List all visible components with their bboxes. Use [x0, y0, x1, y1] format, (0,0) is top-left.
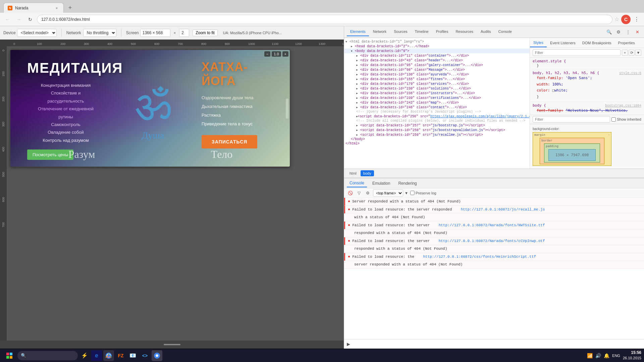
taskbar-app-mail[interactable]: 📧: [127, 350, 138, 361]
zoom-to-fit-button[interactable]: Zoom to fit: [193, 29, 218, 36]
expand-arrow[interactable]: [356, 133, 360, 137]
elements-tree: <html data-brackets-id="1" lang="ru"> <h…: [344, 38, 530, 169]
expand-arrow[interactable]: [356, 128, 360, 132]
expand-arrow[interactable]: [345, 40, 350, 44]
list-item: рутины: [27, 113, 104, 121]
breadcrumb-html[interactable]: html: [347, 170, 359, 176]
console-input-row: ▶: [344, 339, 644, 349]
device-select[interactable]: <Select model>: [17, 29, 57, 37]
tab-sources[interactable]: Sources: [390, 27, 411, 36]
tree-node-text: <div data-brackets-id="239" class="certi…: [360, 96, 481, 100]
tab-properties[interactable]: Properties: [615, 39, 638, 47]
styles-filter2-input[interactable]: [533, 116, 610, 123]
throttle-select[interactable]: No throttling: [83, 29, 116, 37]
expand-arrow[interactable]: [356, 68, 360, 72]
console-input[interactable]: [352, 342, 641, 347]
expand-arrow[interactable]: [356, 105, 360, 109]
screen-input[interactable]: [140, 29, 170, 37]
tab-audits[interactable]: Audits: [477, 27, 494, 36]
error-icon: ●: [348, 254, 350, 259]
tab-network[interactable]: Network: [370, 27, 390, 36]
console-tab-emulation[interactable]: Emulation: [370, 180, 393, 187]
console-message: Server responded with a status of 404 (N…: [352, 199, 641, 204]
tab-resources[interactable]: Resources: [452, 27, 477, 36]
console-link[interactable]: http://127.0.0.1:60872/Narada/fonts/cCVp…: [439, 239, 545, 243]
expand-arrow[interactable]: [356, 82, 360, 86]
style-source-link[interactable]: style.css:6: [619, 71, 641, 75]
expand-arrow[interactable]: [351, 49, 355, 53]
address-bar[interactable]: 127.0.0.1:60872/index.html: [37, 15, 612, 24]
tab-timeline[interactable]: Timeline: [412, 27, 432, 36]
expand-arrow[interactable]: [356, 54, 360, 58]
language-indicator[interactable]: ENG: [612, 354, 620, 358]
expand-arrow[interactable]: [356, 123, 360, 127]
preserve-log-checkbox[interactable]: [410, 191, 415, 195]
profile-icon[interactable]: C: [621, 15, 631, 24]
console-filter-icon[interactable]: ▽: [356, 190, 362, 196]
console-entry-continued: with a status of 404 (Not Found): [344, 214, 644, 222]
back-button[interactable]: ←: [3, 15, 12, 24]
console-tab-rendering[interactable]: Rendering: [395, 180, 419, 187]
taskbar-clock[interactable]: 15:56 26.10.2015: [623, 350, 641, 361]
console-tab-console[interactable]: Console: [347, 179, 367, 187]
console-clear-button[interactable]: 🚫: [347, 190, 354, 196]
signup-button[interactable]: ЗАПИСАТЬСЯ: [202, 135, 257, 148]
show-inherited-checkbox[interactable]: [611, 117, 616, 122]
expand-arrow[interactable]: [356, 63, 360, 67]
site-yoga-title: ХАТХА-ЙОГА: [202, 60, 282, 88]
expand-arrow[interactable]: [356, 77, 360, 81]
filter-action-2[interactable]: ⟳: [629, 50, 635, 56]
ruler-mark-1300: 1300: [319, 42, 325, 46]
tree-node-text: <div data-brackets-id="43" class="header…: [360, 59, 463, 62]
taskbar-app-chrome[interactable]: [103, 350, 114, 361]
tab-elements[interactable]: Elements: [347, 27, 369, 36]
expand-arrow[interactable]: [356, 96, 360, 100]
bookmark-icon[interactable]: ☆: [614, 16, 619, 22]
styles-filter-input[interactable]: [533, 49, 621, 56]
tab-styles[interactable]: Styles: [530, 39, 547, 47]
console-link[interactable]: http://127.0.0.1:60872/css/fonts/Heinric…: [423, 255, 536, 259]
taskbar-app-brackets[interactable]: <>: [140, 350, 150, 361]
filter-add-button[interactable]: +: [622, 50, 628, 56]
menu-button[interactable]: ⋮: [632, 15, 641, 24]
zoom-out-button[interactable]: −: [264, 51, 270, 57]
start-button[interactable]: [3, 350, 16, 361]
browser-tab[interactable]: N Narada ×: [3, 3, 64, 13]
viewport-resize-handle[interactable]: [0, 341, 344, 349]
devtools-settings-icon[interactable]: ⚙: [614, 28, 623, 36]
tab-console[interactable]: Console: [495, 27, 515, 36]
devtools-search-icon[interactable]: 🔍: [605, 28, 613, 36]
devtools-more-icon[interactable]: ⋮: [624, 28, 632, 36]
expand-arrow[interactable]: [356, 91, 360, 95]
tab-close-button[interactable]: ×: [54, 5, 59, 11]
console-frame-group: <top frame> ▼: [373, 189, 408, 197]
expand-arrow[interactable]: [356, 101, 360, 105]
breadcrumb-body[interactable]: body: [361, 170, 374, 176]
taskbar-app-chrome2[interactable]: [152, 350, 162, 361]
tab-dom-breakpoints[interactable]: DOM Breakpoints: [579, 39, 615, 47]
expand-arrow[interactable]: [356, 86, 360, 90]
new-tab-button[interactable]: +: [65, 3, 75, 13]
devtools-close-icon[interactable]: ✕: [633, 28, 641, 36]
console-settings-icon[interactable]: ⚙: [364, 190, 371, 196]
style-rule-element: element.style { }: [530, 58, 644, 69]
taskbar-app-cortana[interactable]: ⚡: [79, 350, 90, 361]
console-link[interactable]: http://127.0.0.1:60872/js/recall_me.js: [461, 207, 545, 212]
forward-button[interactable]: →: [14, 15, 23, 24]
taskbar-app-filezilla[interactable]: FZ: [115, 350, 126, 361]
console-link[interactable]: http://127.0.0.1:60872/Narada/fonts/NWTS…: [439, 223, 545, 227]
expand-arrow[interactable]: [351, 44, 355, 48]
style-source-bootstrap[interactable]: bootstrap.css:1084: [605, 104, 641, 108]
tab-event-listeners[interactable]: Event Listeners: [547, 39, 579, 47]
filter-action-3[interactable]: ▼: [635, 50, 641, 56]
website-preview: МЕДИТАЦИЯ Концентрация внимания Спокойст…: [10, 50, 290, 167]
tab-profiles[interactable]: Profiles: [433, 27, 452, 36]
expand-arrow[interactable]: [356, 58, 360, 62]
console-frame-select[interactable]: <top frame>: [373, 189, 403, 197]
zoom-input[interactable]: [179, 29, 189, 37]
expand-arrow[interactable]: [356, 72, 360, 76]
taskbar-app-ie[interactable]: e: [91, 350, 102, 361]
zoom-in-button[interactable]: +: [282, 51, 288, 57]
refresh-button[interactable]: ↻: [25, 15, 35, 24]
taskbar-search[interactable]: 🔍: [17, 351, 78, 360]
